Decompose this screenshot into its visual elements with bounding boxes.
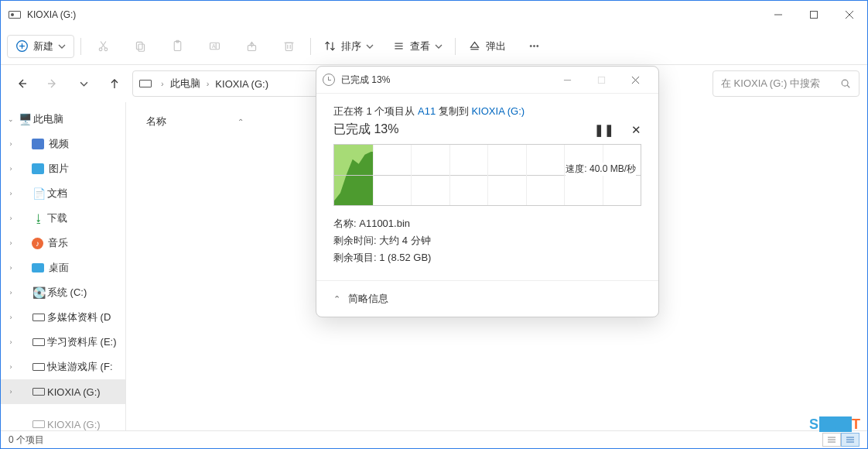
dialog-title-bar: 已完成 13% xyxy=(316,67,658,94)
dialog-progress-label: 已完成 13% xyxy=(333,122,398,138)
sidebar-item-label: 多媒体资料 (D xyxy=(47,310,111,324)
sidebar-item-label: KIOXIA (G:) xyxy=(47,386,101,398)
forward-button[interactable] xyxy=(39,70,66,97)
svg-point-31 xyxy=(530,45,531,46)
sort-button[interactable]: 排序 xyxy=(317,35,380,58)
chevron-right-icon: › xyxy=(158,79,167,88)
transfer-speed: 速度: 40.0 MB/秒 xyxy=(566,163,636,176)
view-list-button[interactable] xyxy=(822,433,841,447)
sort-label: 排序 xyxy=(341,39,361,53)
sidebar-item-drive-c[interactable]: ›💽系统 (C:) xyxy=(1,280,125,305)
sidebar-item-drive-d[interactable]: ›多媒体资料 (D xyxy=(1,305,125,330)
dialog-maximize-button[interactable] xyxy=(584,68,618,91)
delete-button[interactable] xyxy=(273,33,304,60)
pause-button[interactable]: ❚❚ xyxy=(594,123,614,137)
copy-button[interactable] xyxy=(125,33,155,60)
dialog-close-button[interactable] xyxy=(618,68,652,91)
sidebar-item-label: 学习资料库 (E:) xyxy=(47,335,117,349)
up-button[interactable] xyxy=(101,70,128,97)
toolbar: 新建 A 排序 查看 弹出 xyxy=(1,28,867,65)
close-button[interactable] xyxy=(832,1,867,28)
column-name: 名称 xyxy=(146,115,166,129)
breadcrumb-pc[interactable]: 此电脑 xyxy=(170,77,200,91)
chevron-up-icon: ⌃ xyxy=(333,294,340,304)
window-title-bar: KIOXIA (G:) xyxy=(1,1,867,28)
sidebar-item-label: KIOXIA (G:) xyxy=(47,419,101,430)
sidebar-item-label: 音乐 xyxy=(48,236,68,250)
sidebar-item-label: 系统 (C:) xyxy=(47,286,87,300)
time-remaining: 大约 4 分钟 xyxy=(379,235,430,246)
source-link[interactable]: A11 xyxy=(418,105,436,117)
divider xyxy=(80,38,81,55)
sidebar-item-videos[interactable]: ›视频 xyxy=(1,132,125,156)
status-item-count: 0 个项目 xyxy=(9,434,44,447)
minimize-button[interactable] xyxy=(760,1,796,28)
cancel-button[interactable]: ✕ xyxy=(631,123,641,137)
search-placeholder: 在 KIOXIA (G:) 中搜索 xyxy=(721,77,820,91)
rename-button[interactable]: A xyxy=(199,33,230,60)
sidebar-item-desktop[interactable]: ›桌面 xyxy=(1,255,125,280)
sidebar-item-this-pc[interactable]: ⌄🖥️此电脑 xyxy=(1,107,125,132)
dest-link[interactable]: KIOXIA (G:) xyxy=(471,105,525,117)
sort-indicator-icon: ⌃ xyxy=(238,118,244,126)
eject-button[interactable]: 弹出 xyxy=(462,35,512,58)
sidebar-item-label: 文档 xyxy=(47,187,67,201)
sidebar-item-documents[interactable]: ›📄文档 xyxy=(1,181,125,206)
sidebar-item-drive-g[interactable]: ›KIOXIA (G:) xyxy=(1,379,125,404)
dialog-minimize-button[interactable] xyxy=(550,68,584,91)
svg-line-9 xyxy=(101,42,105,49)
svg-marker-49 xyxy=(334,152,374,205)
divider xyxy=(455,38,456,55)
search-input[interactable]: 在 KIOXIA (G:) 中搜索 xyxy=(713,70,859,97)
sidebar-item-drive-g-alt[interactable]: KIOXIA (G:) xyxy=(1,412,125,430)
divider xyxy=(310,38,311,55)
view-button[interactable]: 查看 xyxy=(386,35,449,58)
dialog-details: 名称: A11001.bin 剩余时间: 大约 4 分钟 剩余项目: 1 (8.… xyxy=(333,215,641,266)
new-button[interactable]: 新建 xyxy=(7,35,74,58)
dialog-footer-toggle[interactable]: ⌃ 简略信息 xyxy=(316,280,658,317)
svg-rect-1 xyxy=(811,11,818,18)
view-label: 查看 xyxy=(410,39,430,53)
svg-marker-29 xyxy=(470,42,478,47)
history-button[interactable] xyxy=(70,70,97,97)
sidebar-item-pictures[interactable]: ›图片 xyxy=(1,156,125,181)
view-details-button[interactable] xyxy=(841,433,859,447)
share-button[interactable] xyxy=(236,33,267,60)
sidebar-item-downloads[interactable]: ›⭳下载 xyxy=(1,206,125,231)
maximize-button[interactable] xyxy=(796,1,832,28)
file-name: A11001.bin xyxy=(359,218,410,229)
svg-rect-11 xyxy=(136,42,142,49)
chevron-right-icon: › xyxy=(203,79,213,88)
dialog-title: 已完成 13% xyxy=(341,74,390,87)
sidebar-item-label: 桌面 xyxy=(49,261,69,275)
more-button[interactable] xyxy=(518,33,549,60)
svg-rect-12 xyxy=(138,44,144,51)
sidebar-item-music[interactable]: ›♪音乐 xyxy=(1,231,125,255)
cut-button[interactable] xyxy=(87,33,118,60)
svg-point-33 xyxy=(536,45,538,46)
paste-button[interactable] xyxy=(162,33,193,60)
sidebar-item-label: 视频 xyxy=(49,137,69,151)
drive-icon xyxy=(9,11,21,19)
status-bar: 0 个项目 xyxy=(1,430,867,448)
sidebar-item-drive-e[interactable]: ›学习资料库 (E:) xyxy=(1,330,125,355)
eject-label: 弹出 xyxy=(486,39,506,53)
sidebar: ⌄🖥️此电脑 ›视频 ›图片 ›📄文档 ›⭳下载 ›♪音乐 ›桌面 ›💽系统 (… xyxy=(1,102,126,430)
transfer-rate-chart: 速度: 40.0 MB/秒 xyxy=(333,144,641,206)
copy-dialog: 已完成 13% 正在将 1 个项目从 A11 复制到 KIOXIA (G:) 已… xyxy=(316,66,659,317)
svg-line-10 xyxy=(101,42,105,49)
clock-icon xyxy=(323,74,335,86)
window-title: KIOXIA (G:) xyxy=(27,9,76,20)
dialog-copy-line: 正在将 1 个项目从 A11 复制到 KIOXIA (G:) xyxy=(333,105,641,118)
sidebar-item-drive-f[interactable]: ›快速游戏库 (F: xyxy=(1,355,125,379)
svg-text:A: A xyxy=(212,43,216,49)
svg-point-8 xyxy=(104,48,108,51)
sidebar-item-label: 快速游戏库 (F: xyxy=(47,360,113,374)
svg-line-38 xyxy=(847,85,849,87)
back-button[interactable] xyxy=(9,70,35,97)
svg-rect-46 xyxy=(598,77,604,83)
drive-icon xyxy=(139,80,152,87)
breadcrumb-drive[interactable]: KIOXIA (G:) xyxy=(215,78,268,90)
watermark: S.T xyxy=(809,416,861,433)
sidebar-item-label: 图片 xyxy=(49,162,69,176)
